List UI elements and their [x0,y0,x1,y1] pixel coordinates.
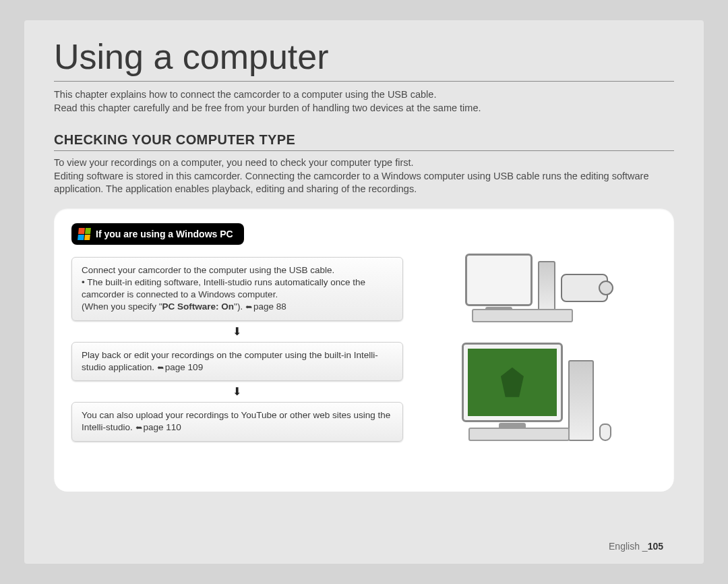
section-description: To view your recordings on a computer, y… [54,156,674,196]
illustration-pc-playback [442,343,631,441]
pc-tower-icon [568,360,594,441]
panel-left: If you are using a Windows PC Connect yo… [71,223,403,471]
pc-software-on-label: PC Software: On [162,301,235,312]
monitor-playback-icon [462,343,563,422]
page-ref-88: page 88 [245,301,286,312]
panel-right [417,223,657,471]
step-1-line-b: • The built-in editing software, Intelli… [82,276,393,301]
windows-panel: If you are using a Windows PC Connect yo… [54,208,674,492]
page-ref-110: page 110 [135,422,181,432]
windows-badge: If you are using a Windows PC [71,223,244,245]
intro-block: This chapter explains how to connect the… [54,88,674,115]
page-title: Using a computer [54,36,674,82]
footer-language: English [609,541,640,552]
intro-line-2: Read this chapter carefully and be free … [54,102,674,115]
step-2: Play back or edit your recordings on the… [71,342,403,381]
intro-line-1: This chapter explains how to connect the… [54,88,674,102]
arrow-down-icon: ⬇ [71,325,403,338]
footer-page-number: 105 [648,541,663,552]
section-heading: CHECKING YOUR COMPUTER TYPE [54,132,674,151]
step-1-line-a: Connect your camcorder to the computer u… [82,264,393,276]
illustration-pc-camcorder [442,254,631,322]
computer-illustration [462,343,563,441]
pc-tower-icon [538,261,555,315]
step-1: Connect your camcorder to the computer u… [71,257,403,321]
section-desc-line-1: To view your recordings on a computer, y… [54,156,674,170]
monitor-icon [465,254,533,306]
manual-page: Using a computer This chapter explains h… [24,20,704,564]
camcorder-icon [561,274,608,302]
page-ref-109: page 109 [157,362,203,372]
section-desc-line-2: Editing software is stored in this camco… [54,170,674,196]
step-1-line-c: (When you specify "PC Software: On"). pa… [82,301,393,313]
mouse-icon [599,424,611,441]
keyboard-icon [472,309,573,322]
windows-badge-label: If you are using a Windows PC [96,229,233,239]
keyboard-icon [468,428,570,441]
windows-logo-icon [78,228,91,240]
step-3: You can also upload your recordings to Y… [71,402,403,441]
page-footer: English _105 [609,541,663,552]
arrow-down-icon: ⬇ [71,385,403,398]
computer-illustration [465,254,533,322]
